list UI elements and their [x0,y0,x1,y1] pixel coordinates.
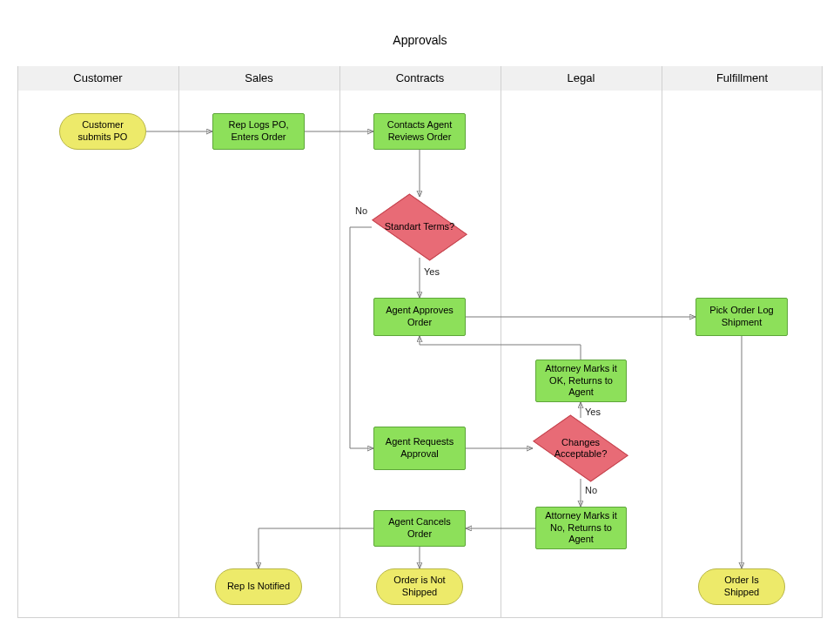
terminator-order-not-shipped: Order is Not Shipped [376,568,463,605]
process-attorney-no: Attorney Marks it No, Returns to Agent [535,507,627,549]
process-attorney-ok: Attorney Marks it OK, Returns to Agent [535,360,627,402]
lane-divider [17,66,18,618]
lane-header-fulfillment: Fulfillment [662,66,823,91]
process-pick-order: Pick Order Log Shipment [696,298,788,336]
process-contacts-agent: Contacts Agent Reviews Order [373,113,466,150]
lane-divider [339,66,340,618]
lane-header-legal: Legal [501,66,662,91]
edge-label-yes: Yes [424,266,440,277]
terminator-order-shipped: Order Is Shipped [698,568,785,605]
decision-standard-terms-label: Standart Terms? [372,197,467,258]
flowchart-canvas: Approvals Customer Sales Contracts Legal… [17,17,823,618]
decision-changes-acceptable-label: Changes Acceptable? [533,418,628,479]
edge-label-no2: No [585,485,597,495]
lane-bottom-border [17,617,823,618]
lane-header-contracts: Contracts [339,66,501,91]
lane-header-sales: Sales [178,66,339,91]
chart-title: Approvals [17,33,823,47]
terminator-customer-submits: Customer submits PO [59,113,146,150]
lane-divider [822,66,823,618]
lane-divider [501,66,501,618]
edge-label-yes2: Yes [585,407,601,417]
process-agent-cancels: Agent Cancels Order [373,510,466,547]
process-rep-logs: Rep Logs PO, Enters Order [212,113,305,150]
lane-divider [178,66,179,618]
process-agent-requests: Agent Requests Approval [373,427,466,470]
terminator-rep-notified: Rep Is Notified [215,568,302,605]
edge-label-no: No [355,205,367,216]
process-agent-approves: Agent Approves Order [373,298,466,336]
decision-changes-acceptable: Changes Acceptable? [533,418,628,479]
decision-standard-terms: Standart Terms? [372,197,467,258]
lane-header-customer: Customer [17,66,178,91]
lane-divider [662,66,662,618]
